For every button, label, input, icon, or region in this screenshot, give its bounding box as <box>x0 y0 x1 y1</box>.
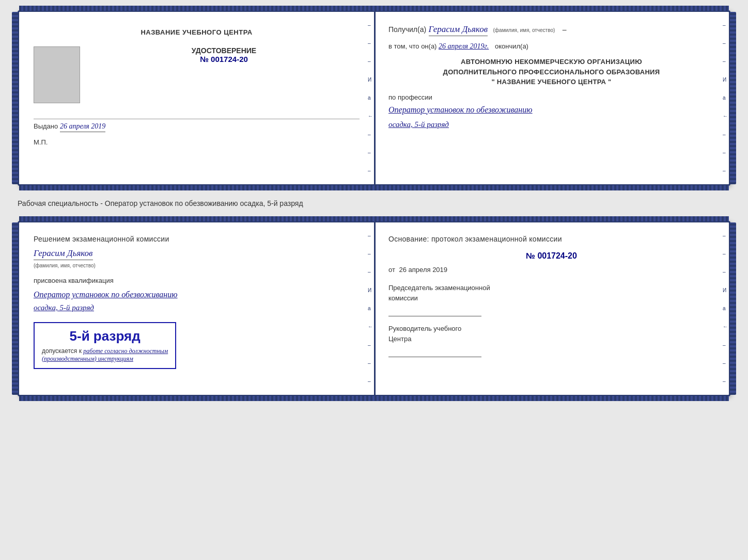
bottom-cert-left: Решением экзаменационной комиссии Гераси… <box>19 222 374 395</box>
separator-text: Рабочая специальность - Оператор установ… <box>18 195 730 212</box>
prisvoena-label: присвоена квалификация <box>34 277 360 284</box>
cert-number-block: УДОСТОВЕРЕНИЕ № 001724-20 <box>88 46 360 63</box>
po-professii-block: по профессии Оператор установок по обезв… <box>388 93 714 131</box>
protocol-number: № 001724-20 <box>388 251 714 261</box>
bottom-certificate: Решением экзаменационной комиссии Гераси… <box>18 221 730 396</box>
qualification-line2: осадка, 5-й разряд <box>34 301 360 315</box>
rukovoditel-signature-line <box>388 347 481 357</box>
dopuskaetsya-block: допускается к работе согласно должностны… <box>42 347 168 363</box>
rukovoditel-block: Руководитель учебного Центра <box>388 324 714 357</box>
org-block: АВТОНОМНУЮ НЕКОММЕРЧЕСКУЮ ОРГАНИЗАЦИЮ ДО… <box>388 57 714 87</box>
org-line1: АВТОНОМНУЮ НЕКОММЕРЧЕСКУЮ ОРГАНИЗАЦИЮ <box>388 57 714 67</box>
side-dashes-bottom-right: –––Иа←––– <box>722 222 729 395</box>
cert-photo-area: УДОСТОВЕРЕНИЕ № 001724-20 <box>34 46 360 103</box>
photo-placeholder <box>34 46 80 103</box>
poluchil-block: Получил(а) Герасим Дьяков (фамилия, имя,… <box>388 24 714 36</box>
top-certificate: НАЗВАНИЕ УЧЕБНОГО ЦЕНТРА УДОСТОВЕРЕНИЕ №… <box>18 10 730 186</box>
top-cert-title: НАЗВАНИЕ УЧЕБНОГО ЦЕНТРА <box>34 28 360 36</box>
bottom-left-strip <box>12 222 18 395</box>
ot-date: 26 апреля 2019 <box>399 266 448 274</box>
top-cert-left: НАЗВАНИЕ УЧЕБНОГО ЦЕНТРА УДОСТОВЕРЕНИЕ №… <box>19 12 374 184</box>
predsedatel-label: Председатель экзаменационной комиссии <box>388 283 714 303</box>
cert-number: № 001724-20 <box>88 55 360 63</box>
po-professii-label: по профессии <box>388 93 432 101</box>
top-cert-right: Получил(а) Герасим Дьяков (фамилия, имя,… <box>374 12 729 184</box>
side-dashes-top-right: –––Иа←––– <box>722 12 729 184</box>
org-line3: " НАЗВАНИЕ УЧЕБНОГО ЦЕНТРА " <box>388 77 714 87</box>
top-strip <box>19 6 729 11</box>
resheniyem-label: Решением экзаменационной комиссии <box>34 235 360 243</box>
bottom-name-block: Герасим Дьяков (фамилия, имя, отчество) <box>34 248 360 269</box>
vtom-suffix: окончил(а) <box>495 42 528 50</box>
dopuskaetsya-text: работе согласно должностным <box>83 347 168 355</box>
rank-box: 5-й разряд допускается к работе согласно… <box>34 322 176 369</box>
side-dashes-top-left: –––Иа←––– <box>367 12 374 184</box>
poluchil-label: Получил(а) <box>388 25 426 34</box>
rukovoditel-label: Руководитель учебного Центра <box>388 324 714 344</box>
vydano-label: Выдано <box>34 122 58 130</box>
osnovanie-label: Основание: протокол экзаменационной коми… <box>388 235 714 243</box>
vtom-date: 26 апреля 2019г. <box>439 42 489 50</box>
vydano-block: Выдано 26 апреля 2019 <box>34 119 360 132</box>
side-dashes-bottom-left: –––Иа←––– <box>367 222 374 395</box>
page-wrapper: НАЗВАНИЕ УЧЕБНОГО ЦЕНТРА УДОСТОВЕРЕНИЕ №… <box>18 10 730 396</box>
recipient-name-top: Герасим Дьяков <box>429 24 488 36</box>
fio-label-top: (фамилия, имя, отчество) <box>493 27 555 33</box>
bottom-cert-right: Основание: протокол экзаменационной коми… <box>374 222 729 395</box>
dopuskaetsya-prefix: допускается к <box>42 347 82 355</box>
profession-line2: осадка, 5-й разряд <box>388 118 714 131</box>
qualification-line1: Оператор установок по обезвоживанию <box>34 287 360 301</box>
org-line2: ДОПОЛНИТЕЛЬНОГО ПРОФЕССИОНАЛЬНОГО ОБРАЗО… <box>388 67 714 77</box>
bottom-top-strip <box>19 216 729 221</box>
bottom-fio-label: (фамилия, имя, отчество) <box>34 263 96 268</box>
vtom-block: в том, что он(а) 26 апреля 2019г. окончи… <box>388 42 714 51</box>
predsedatel-signature-line <box>388 306 481 316</box>
predsedatel-block: Председатель экзаменационной комиссии <box>388 283 714 316</box>
udostoverenie-label: УДОСТОВЕРЕНИЕ <box>88 46 360 55</box>
mp-label: М.П. <box>34 138 360 146</box>
profession-line1: Оператор установок по обезвоживанию <box>388 103 714 117</box>
protocol-date-block: от 26 апреля 2019 <box>388 266 714 274</box>
ot-label: от <box>388 266 395 274</box>
rank-text: 5-й разряд <box>42 328 168 344</box>
bottom-recipient-name: Герасим Дьяков <box>34 248 93 260</box>
left-strip <box>12 12 18 184</box>
vtom-prefix: в том, что он(а) <box>388 42 437 50</box>
vydano-date: 26 апреля 2019 <box>60 122 105 132</box>
dopuskaetsya-text2: (производственным) инструкциям <box>42 355 133 362</box>
bottom-bottom-strip <box>19 396 729 401</box>
bottom-strip <box>19 185 729 190</box>
